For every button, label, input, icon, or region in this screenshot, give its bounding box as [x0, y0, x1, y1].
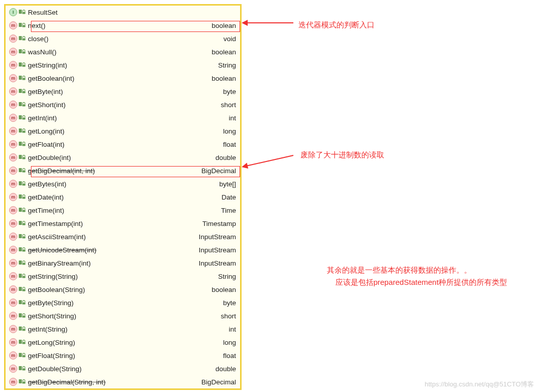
method-name: getShort(String) [28, 312, 76, 320]
method-name: getDate(int) [28, 193, 64, 201]
visibility-icon [19, 102, 26, 107]
interface-row[interactable]: I ResultSet [6, 6, 240, 19]
structure-panel[interactable]: I ResultSet mnext()booleanmclose()voidmw… [4, 4, 242, 390]
method-row[interactable]: mgetInt(int)int [6, 111, 240, 124]
method-icon: m [9, 298, 18, 307]
method-row[interactable]: mgetBinaryStream(int)InputStream [6, 256, 240, 270]
method-icon: m [9, 166, 18, 175]
method-row[interactable]: mclose()void [6, 32, 240, 45]
method-row[interactable]: mgetByte(int)byte [6, 85, 240, 98]
return-type: short [221, 312, 237, 320]
method-icon: m [9, 338, 18, 347]
method-name: getDouble(String) [28, 365, 82, 373]
method-icon: m [9, 74, 18, 83]
method-row[interactable]: mgetLong(int)long [6, 124, 240, 138]
method-row[interactable]: mgetString(int)String [6, 58, 240, 72]
method-icon: m [9, 377, 18, 386]
method-icon: m [9, 364, 18, 373]
method-row[interactable]: mgetUnicodeStream(int)InputStream [6, 243, 240, 256]
method-row[interactable]: mgetDouble(String)double [6, 362, 240, 375]
method-row[interactable]: mgetBigDecimal(int, int)BigDecimal [6, 164, 240, 177]
method-name: getString(String) [28, 273, 78, 280]
return-type: float [223, 141, 237, 148]
svg-rect-18 [22, 250, 25, 252]
interface-icon: I [9, 8, 18, 17]
return-type: long [223, 127, 237, 135]
annotation-rest: 其余的就是一些基本的获得数据的操作。。 应该是包括preparedStateme… [327, 264, 530, 288]
method-name: getInt(int) [28, 114, 57, 122]
method-icon: m [9, 351, 18, 360]
svg-rect-3 [22, 52, 25, 54]
method-row[interactable]: mgetAsciiStream(int)InputStream [6, 230, 240, 243]
method-row[interactable]: mgetTimestamp(int)Timestamp [6, 217, 240, 230]
method-row[interactable]: mgetDate(int)Date [6, 190, 240, 204]
svg-rect-25 [22, 342, 25, 344]
method-name: getFloat(String) [28, 352, 75, 360]
svg-rect-2 [22, 39, 25, 41]
method-row[interactable]: mgetFloat(int)float [6, 138, 240, 151]
visibility-icon [19, 274, 26, 279]
method-icon: m [9, 192, 18, 202]
visibility-icon [19, 62, 26, 68]
visibility-icon [19, 168, 26, 173]
return-type: byte [223, 299, 237, 307]
svg-rect-17 [22, 237, 25, 239]
return-type: InputStream [198, 233, 237, 241]
method-row[interactable]: mgetFloat(String)float [6, 349, 240, 362]
svg-rect-10 [22, 144, 25, 146]
svg-rect-11 [22, 157, 25, 159]
method-icon: m [9, 219, 18, 228]
method-name: getAsciiStream(int) [28, 233, 86, 241]
svg-rect-5 [22, 78, 25, 80]
method-row[interactable]: mgetTime(int)Time [6, 204, 240, 217]
method-row[interactable]: mgetShort(int)short [6, 98, 240, 111]
visibility-icon [19, 379, 26, 384]
interface-name: ResultSet [28, 9, 58, 16]
visibility-icon [19, 49, 26, 54]
visibility-icon [19, 23, 26, 28]
method-row[interactable]: mgetBigDecimal(String, int)BigDecimal [6, 375, 240, 388]
method-icon: m [9, 324, 18, 334]
method-row[interactable]: mgetDouble(int)double [6, 151, 240, 164]
method-row[interactable]: mwasNull()boolean [6, 45, 240, 58]
method-row[interactable]: mgetString(String)String [6, 270, 240, 283]
method-name: getLong(int) [28, 127, 64, 135]
svg-rect-6 [22, 91, 25, 93]
svg-rect-14 [22, 197, 25, 199]
return-type: Date [221, 193, 237, 201]
method-name: getBytes(int) [28, 180, 66, 188]
method-row[interactable]: mgetLong(String)long [6, 336, 240, 349]
return-type: boolean [212, 75, 237, 82]
visibility-icon [19, 128, 26, 134]
visibility-icon [19, 155, 26, 160]
svg-rect-4 [22, 65, 25, 67]
svg-rect-1 [22, 25, 25, 27]
visibility-icon [19, 366, 26, 371]
method-row[interactable]: mgetBytes(int)byte[] [6, 177, 240, 190]
return-type: String [218, 61, 237, 69]
method-row[interactable]: mgetInt(String)int [6, 322, 240, 336]
method-row[interactable]: mgetByte(String)byte [6, 296, 240, 309]
annotation-deprecated: 废除了大十进制数的读取 [300, 149, 384, 161]
svg-rect-24 [22, 329, 25, 331]
method-row[interactable]: mgetBoolean(int)boolean [6, 72, 240, 85]
method-name: wasNull() [28, 48, 56, 56]
annotation-iterator: 迭代器模式的判断入口 [298, 19, 375, 31]
method-icon: m [9, 47, 18, 56]
method-icon: m [9, 113, 18, 122]
svg-rect-13 [22, 184, 25, 186]
return-type: String [218, 273, 237, 280]
method-row[interactable]: mnext()boolean [6, 19, 240, 32]
method-name: close() [28, 35, 49, 43]
return-type: BigDecimal [201, 378, 237, 386]
method-name: getBigDecimal(String, int) [28, 378, 106, 386]
method-name: getByte(int) [28, 88, 63, 95]
visibility-icon [19, 181, 26, 186]
method-icon: m [9, 272, 18, 281]
watermark: https://blog.csdn.net/qq@51CTO博客 [425, 380, 534, 389]
method-name: getUnicodeStream(int) [28, 246, 96, 254]
method-row[interactable]: mgetBoolean(String)boolean [6, 283, 240, 296]
visibility-icon [19, 300, 26, 305]
method-icon: m [9, 100, 18, 109]
method-row[interactable]: mgetShort(String)short [6, 309, 240, 322]
